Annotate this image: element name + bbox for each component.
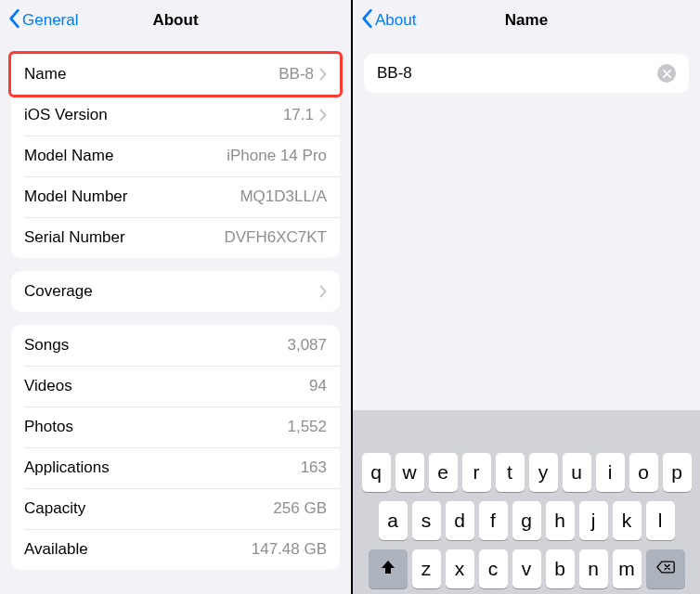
- row-photos: Photos1,552: [11, 407, 340, 447]
- keyboard-row-2: asdfghjkl: [356, 501, 697, 540]
- back-label: About: [375, 11, 416, 30]
- key-e[interactable]: e: [429, 453, 458, 492]
- row-value: 147.48 GB: [252, 540, 327, 559]
- key-y[interactable]: y: [529, 453, 558, 492]
- back-button-general[interactable]: General: [7, 8, 78, 33]
- row-label: Model Number: [24, 187, 128, 206]
- key-a[interactable]: a: [379, 501, 408, 540]
- shift-key[interactable]: [369, 549, 408, 588]
- key-s[interactable]: s: [412, 501, 441, 540]
- keyboard-row-3: zxcvbnm: [356, 549, 697, 588]
- row-model-name: Model NameiPhone 14 Pro: [11, 136, 340, 176]
- key-b[interactable]: b: [546, 549, 575, 588]
- page-title: Name: [505, 11, 548, 30]
- key-n[interactable]: n: [579, 549, 608, 588]
- keyboard-suggestion-bar[interactable]: [356, 416, 697, 453]
- row-model-number: Model NumberMQ1D3LL/A: [11, 176, 340, 217]
- back-button-about[interactable]: About: [360, 8, 416, 33]
- row-value: MQ1D3LL/A: [240, 187, 327, 206]
- key-q[interactable]: q: [362, 453, 391, 492]
- row-applications: Applications163: [11, 447, 340, 488]
- key-h[interactable]: h: [546, 501, 575, 540]
- row-label: Photos: [24, 418, 73, 436]
- back-label: General: [22, 11, 78, 30]
- key-u[interactable]: u: [563, 453, 591, 492]
- row-value: DVFH6XC7KT: [224, 228, 327, 247]
- row-label: Name: [24, 65, 66, 84]
- coverage-group: Coverage: [11, 271, 340, 312]
- key-r[interactable]: r: [462, 453, 491, 492]
- chevron-right-icon: [319, 285, 327, 298]
- row-value: 3,087: [287, 336, 327, 355]
- row-capacity: Capacity256 GB: [11, 488, 340, 529]
- key-d[interactable]: d: [446, 501, 474, 540]
- chevron-left-icon: [7, 8, 20, 33]
- row-label: Available: [24, 540, 88, 559]
- row-label: Songs: [24, 336, 69, 355]
- device-name-input[interactable]: [377, 64, 657, 83]
- row-label: Model Name: [24, 147, 113, 165]
- key-t[interactable]: t: [496, 453, 525, 492]
- key-z[interactable]: z: [412, 549, 441, 588]
- row-coverage[interactable]: Coverage: [11, 271, 340, 312]
- row-label: iOS Version: [24, 106, 108, 124]
- key-l[interactable]: l: [646, 501, 675, 540]
- row-value: 17.1: [283, 106, 314, 124]
- row-value: 1,552: [287, 418, 327, 436]
- row-label: Videos: [24, 377, 72, 395]
- device-identity-group: NameBB-8iOS Version17.1Model NameiPhone …: [11, 54, 340, 258]
- close-icon: [663, 65, 671, 82]
- about-settings-pane: General About NameBB-8iOS Version17.1Mod…: [0, 0, 353, 594]
- row-label: Coverage: [24, 282, 93, 301]
- key-i[interactable]: i: [596, 453, 625, 492]
- ios-keyboard: qwertyuiop asdfghjkl zxcvbnm: [353, 410, 700, 594]
- key-v[interactable]: v: [512, 549, 541, 588]
- keyboard-row-1: qwertyuiop: [356, 453, 697, 492]
- key-f[interactable]: f: [479, 501, 508, 540]
- key-m[interactable]: m: [613, 549, 642, 588]
- backspace-icon: [656, 558, 675, 581]
- chevron-left-icon: [360, 8, 373, 33]
- page-title: About: [152, 11, 198, 30]
- key-o[interactable]: o: [629, 453, 658, 492]
- clear-text-button[interactable]: [657, 64, 676, 83]
- chevron-right-icon: [319, 68, 327, 81]
- row-name[interactable]: NameBB-8: [11, 54, 340, 95]
- row-ios-version[interactable]: iOS Version17.1: [11, 95, 340, 136]
- key-c[interactable]: c: [479, 549, 508, 588]
- key-w[interactable]: w: [395, 453, 424, 492]
- row-label: Capacity: [24, 499, 85, 518]
- chevron-right-icon: [319, 109, 327, 122]
- row-videos: Videos94: [11, 366, 340, 407]
- row-songs: Songs3,087: [11, 325, 340, 366]
- backspace-key[interactable]: [646, 549, 685, 588]
- key-x[interactable]: x: [446, 549, 474, 588]
- row-value: iPhone 14 Pro: [227, 147, 327, 165]
- key-j[interactable]: j: [579, 501, 608, 540]
- right-navbar: About Name: [353, 0, 700, 41]
- row-value: 94: [309, 377, 327, 395]
- name-edit-pane: About Name qwertyuiop asdfghjkl zxcvbnm: [353, 0, 700, 594]
- left-navbar: General About: [0, 0, 351, 41]
- row-serial-number: Serial NumberDVFH6XC7KT: [11, 217, 340, 258]
- key-g[interactable]: g: [512, 501, 541, 540]
- key-k[interactable]: k: [613, 501, 642, 540]
- row-value: 163: [301, 458, 327, 477]
- storage-stats-group: Songs3,087Videos94Photos1,552Application…: [11, 325, 340, 570]
- name-input-row: [364, 54, 689, 93]
- row-label: Serial Number: [24, 228, 125, 247]
- row-label: Applications: [24, 458, 110, 477]
- row-available: Available147.48 GB: [11, 529, 340, 570]
- row-value: BB-8: [279, 65, 314, 84]
- row-value: 256 GB: [273, 499, 327, 518]
- shift-icon: [379, 558, 397, 581]
- key-p[interactable]: p: [663, 453, 692, 492]
